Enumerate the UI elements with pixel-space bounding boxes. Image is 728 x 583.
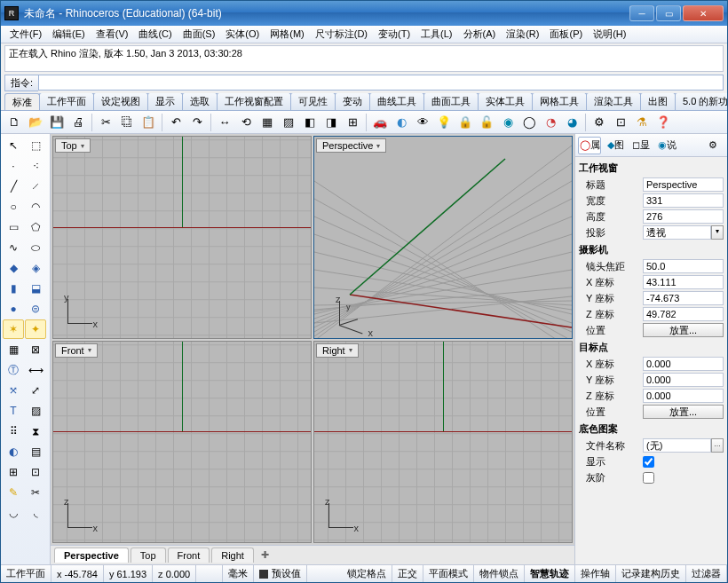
join-icon[interactable]: ✦ [25,319,46,339]
undo-icon[interactable]: ↶ [166,113,186,132]
snap-icon[interactable]: ⊡ [25,462,46,482]
grid-icon[interactable]: ⊞ [3,462,24,482]
tab-display[interactable]: 显示 [147,93,183,110]
show-icon[interactable]: 💡 [434,113,454,132]
tube-icon[interactable]: ⊜ [25,299,46,319]
explode-icon[interactable]: ✶ [3,319,24,339]
matchprop-icon[interactable]: ◔ [541,113,560,132]
menu-view[interactable]: 查看(V) [91,26,134,43]
status-planar[interactable]: 平面模式 [423,565,474,582]
tab-setview[interactable]: 设定视图 [93,93,148,110]
status-gumball[interactable]: 操作轴 [575,565,616,582]
status-layer[interactable]: 预设值 [254,565,307,582]
vtab-perspective[interactable]: Perspective [54,548,129,563]
filter-icon[interactable]: ⚗ [632,113,652,132]
prop-gray-checkbox[interactable] [643,472,654,484]
tab-visibility[interactable]: 可见性 [290,93,336,110]
scale-icon[interactable]: ⤢ [25,381,46,400]
tab-solidtools[interactable]: 实体工具 [478,93,533,110]
prop-show-checkbox[interactable] [643,456,654,468]
status-smarttrack[interactable]: 智慧轨迹 [525,565,575,582]
prop-projection[interactable]: 透视 [643,225,711,240]
viewport-label[interactable]: Top [55,138,91,153]
menu-render[interactable]: 渲染(R) [501,26,544,43]
close-button[interactable]: ✕ [683,5,724,21]
measure-icon[interactable]: ✎ [3,483,24,502]
prop-height[interactable]: 276 [643,209,724,224]
menu-analyze[interactable]: 分析(A) [458,26,502,43]
menu-file[interactable]: 文件(F) [4,26,47,43]
array-icon[interactable]: ⠿ [3,421,24,441]
viewport-label[interactable]: Perspective [316,138,386,153]
dropdown-icon[interactable]: ▾ [711,225,724,240]
prop-lens[interactable]: 50.0 [643,259,724,273]
curve-icon[interactable]: ∿ [3,238,24,257]
pointer-icon[interactable]: ↖ [3,136,24,155]
tab-standard[interactable]: 标准 [4,93,40,111]
menu-mesh[interactable]: 网格(M) [265,26,310,43]
minimize-button[interactable]: ─ [629,5,654,21]
viewport-label[interactable]: Right [316,343,359,358]
transform-icon[interactable]: ⤧ [3,381,24,400]
panel-tab-layers[interactable]: ◆图 [604,137,627,154]
hatch-icon[interactable]: ▨ [25,401,46,421]
layerstate-icon[interactable]: ◯ [519,113,539,132]
add-viewport-button[interactable]: ✚ [256,549,274,561]
menu-help[interactable]: 说明(H) [588,26,631,43]
prop-tgt-x[interactable]: 0.000 [643,357,724,371]
lasso-icon[interactable]: ⬚ [25,136,46,155]
viewport-label[interactable]: Front [55,343,98,358]
menu-curve[interactable]: 曲线(C) [133,26,177,43]
mirror-icon[interactable]: ⧗ [25,421,46,441]
place-camera-button[interactable]: 放置... [643,323,724,337]
menu-surface[interactable]: 曲面(S) [178,26,221,43]
save-icon[interactable]: 💾 [47,113,67,132]
prop-tgt-y[interactable]: 0.000 [643,373,724,387]
dim-icon[interactable]: ⟷ [25,360,46,380]
prop-width[interactable]: 331 [643,193,724,208]
command-history[interactable]: 正在载入 Rhino 渲染, 版本 1.50, Jan 3 2013, 03:3… [4,45,724,72]
box-icon[interactable]: ▮ [3,279,24,298]
tab-meshtools[interactable]: 网格工具 [532,93,587,110]
prop-cam-y[interactable]: -74.673 [643,291,724,305]
rect-icon[interactable]: ▭ [3,217,24,237]
analyze-icon[interactable]: ✂ [25,483,46,502]
point-icon[interactable]: · [3,156,24,176]
print-icon[interactable]: 🖨 [68,113,88,132]
status-record[interactable]: 记录建构历史 [616,565,686,582]
paste-icon[interactable]: 📋 [138,113,158,132]
tab-viewport[interactable]: 工作视窗配置 [217,93,291,110]
blend-icon[interactable]: ◡ [3,503,24,523]
prop-file[interactable]: (无) [643,438,711,453]
vtab-top[interactable]: Top [131,548,166,563]
hide-icon[interactable]: 👁 [413,113,432,132]
cut-icon[interactable]: ✂ [96,113,115,132]
surface-icon[interactable]: ◆ [3,258,24,278]
status-filter[interactable]: 过滤器 [686,565,727,582]
move-icon[interactable]: ↔ [215,113,234,132]
status-ortho[interactable]: 正交 [392,565,423,582]
shade-icon[interactable]: ▤ [25,442,46,461]
menu-dimension[interactable]: 尺寸标注(D) [310,26,373,43]
maximize-button[interactable]: ▭ [656,5,681,21]
status-unit[interactable]: 毫米 [223,565,254,582]
vtab-right[interactable]: Right [211,548,254,563]
group-icon[interactable]: ▦ [257,113,277,132]
browse-icon[interactable]: … [711,438,724,453]
status-gridsnap[interactable]: 锁定格点 [342,565,392,582]
tab-transform[interactable]: 变动 [335,93,370,110]
rotate-icon[interactable]: ⟲ [236,113,256,132]
prop-title[interactable]: Perspective [643,177,724,192]
panel-menu-icon[interactable]: ⚙ [701,137,724,154]
render2-icon[interactable]: ◐ [3,442,24,461]
unlock-icon[interactable]: 🔓 [477,113,496,132]
help-icon[interactable]: ❓ [653,113,673,132]
viewport-right[interactable]: Right zx [313,341,573,544]
properties-icon[interactable]: ◕ [562,113,582,132]
renderprev-icon[interactable]: ◐ [392,113,411,132]
polyline-icon[interactable]: ⟋ [25,177,46,196]
ungroup-icon[interactable]: ▨ [279,113,298,132]
lock-icon[interactable]: 🔒 [455,113,475,132]
annotate-icon[interactable]: T [3,401,24,421]
viewport-top[interactable]: Top yx [52,136,312,339]
